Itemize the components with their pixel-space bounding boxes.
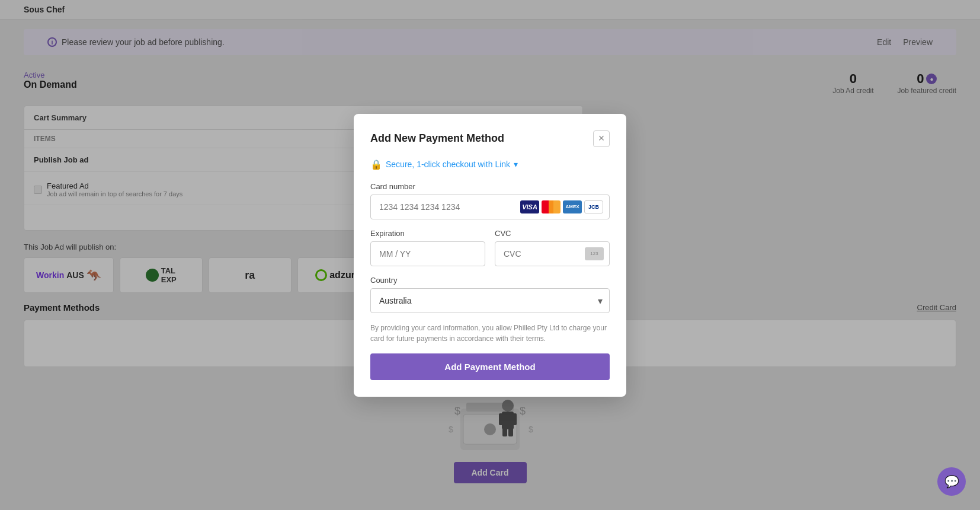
secure-text: Secure, 1-click checkout with Link: [386, 160, 510, 169]
modal-header: Add New Payment Method ×: [370, 130, 610, 147]
country-group: Country Australia United States United K…: [370, 276, 610, 313]
card-logos: VISA AMEX JCB: [520, 200, 609, 213]
chevron-down-icon: ▾: [514, 160, 518, 169]
secure-link[interactable]: 🔒 Secure, 1-click checkout with Link ▾: [370, 159, 610, 170]
lock-icon: 🔒: [370, 159, 382, 170]
expiration-label: Expiration: [370, 229, 485, 238]
cvc-label: CVC: [495, 229, 610, 238]
modal-close-button[interactable]: ×: [593, 130, 610, 147]
country-select-wrapper: Australia United States United Kingdom C…: [370, 288, 610, 313]
chat-icon: 💬: [944, 474, 959, 489]
modal-overlay: Add New Payment Method × 🔒 Secure, 1-cli…: [0, 0, 980, 510]
disclaimer-text: By providing your card information, you …: [370, 323, 610, 344]
expiration-input[interactable]: [370, 241, 485, 266]
chat-bubble[interactable]: 💬: [937, 467, 966, 496]
expiration-group: Expiration: [370, 229, 485, 266]
jcb-logo: JCB: [584, 200, 603, 213]
cvc-card-icon: 123: [585, 247, 604, 260]
cvc-group: CVC 123: [495, 229, 610, 266]
card-input-wrapper: VISA AMEX JCB: [370, 195, 610, 219]
payment-modal: Add New Payment Method × 🔒 Secure, 1-cli…: [354, 114, 626, 397]
card-number-label: Card number: [370, 182, 610, 191]
add-payment-button[interactable]: Add Payment Method: [370, 353, 610, 380]
mastercard-logo: [542, 200, 561, 213]
cvc-wrapper: 123: [495, 241, 610, 266]
exp-cvc-row: Expiration CVC 123: [370, 229, 610, 276]
card-number-group: Card number VISA AMEX JCB: [370, 182, 610, 219]
visa-logo: VISA: [520, 200, 539, 213]
country-select[interactable]: Australia United States United Kingdom C…: [370, 288, 610, 313]
card-number-input[interactable]: [371, 195, 520, 219]
amex-logo: AMEX: [563, 200, 582, 213]
country-label: Country: [370, 276, 610, 285]
modal-title: Add New Payment Method: [370, 132, 504, 145]
